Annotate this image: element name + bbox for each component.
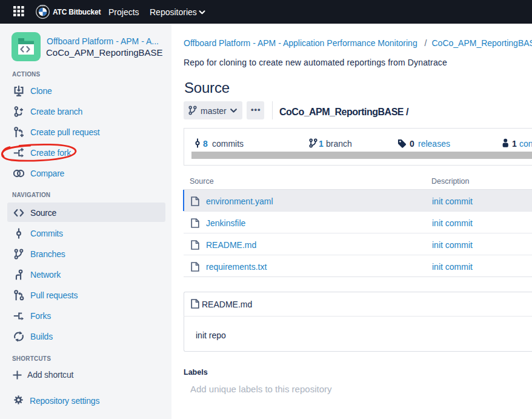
svg-text:BMW: BMW (40, 5, 45, 7)
